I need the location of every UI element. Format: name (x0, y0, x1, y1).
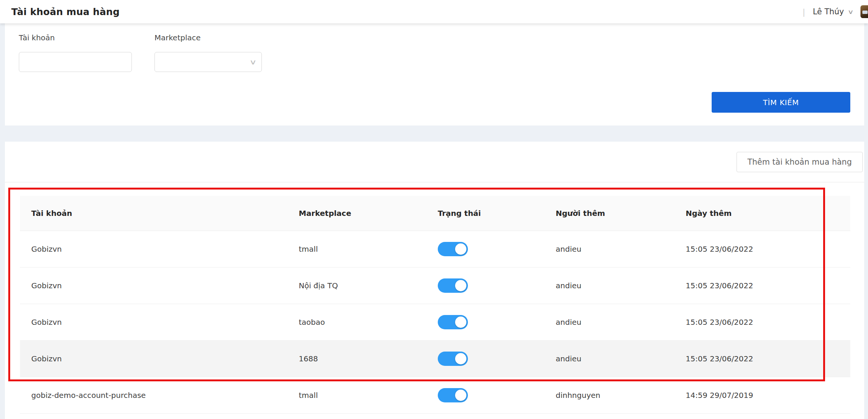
status-cell (426, 278, 544, 293)
added-by-cell: dinhnguyen (544, 391, 674, 400)
topbar-divider: | (802, 7, 805, 17)
toggle-knob (455, 243, 466, 255)
search-button[interactable]: TÌM KIẾM (712, 92, 850, 113)
toggle-knob (455, 390, 466, 401)
account-filter-input[interactable] (19, 52, 132, 72)
column-header-marketplace: Marketplace (287, 209, 426, 218)
table-header-row: Tài khoản Marketplace Trạng thái Người t… (20, 196, 850, 231)
table-row: Gobizvn Nội địa TQ andieu 15:05 23/06/20… (20, 268, 850, 304)
panel-divider (5, 182, 864, 182)
avatar[interactable] (860, 5, 868, 18)
marketplace-cell: Nội địa TQ (287, 281, 426, 290)
table-row: Gobizvn 1688 andieu 15:05 23/06/2022 (20, 341, 850, 377)
status-toggle[interactable] (438, 242, 468, 256)
status-toggle[interactable] (438, 388, 468, 402)
marketplace-cell: tmall (287, 391, 426, 400)
add-purchase-account-button[interactable]: Thêm tài khoản mua hàng (737, 152, 863, 172)
table-row: gobiz-demo-account-purchase tmall dinhng… (20, 377, 850, 414)
topbar: Tài khoản mua hàng | Lê Thúy ∨ (0, 0, 868, 23)
added-by-cell: andieu (544, 354, 674, 363)
account-cell: Gobizvn (20, 281, 287, 290)
user-name[interactable]: Lê Thúy (813, 7, 844, 16)
status-cell (426, 352, 544, 366)
status-toggle[interactable] (438, 352, 468, 366)
status-cell (426, 242, 544, 256)
chevron-down-icon: ∨ (249, 58, 257, 66)
added-date-cell: 15:05 23/06/2022 (674, 281, 850, 290)
status-toggle[interactable] (438, 315, 468, 329)
toggle-knob (455, 280, 466, 291)
added-date-cell: 14:59 29/07/2019 (674, 391, 850, 400)
account-cell: Gobizvn (20, 318, 287, 327)
table-row: Gobizvn tmall andieu 15:05 23/06/2022 (20, 231, 850, 268)
marketplace-cell: 1688 (287, 354, 426, 363)
account-cell: Gobizvn (20, 354, 287, 363)
added-by-cell: andieu (544, 318, 674, 327)
marketplace-cell: taobao (287, 318, 426, 327)
accounts-panel: Thêm tài khoản mua hàng Tài khoản Market… (5, 142, 864, 419)
marketplace-cell: tmall (287, 245, 426, 254)
toggle-knob (455, 353, 466, 364)
column-header-added-date: Ngày thêm (674, 209, 850, 218)
status-cell (426, 315, 544, 329)
account-cell: Gobizvn (20, 245, 287, 254)
chevron-down-icon[interactable]: ∨ (848, 8, 854, 15)
column-header-account: Tài khoản (20, 209, 287, 218)
toggle-knob (455, 317, 466, 328)
added-by-cell: andieu (544, 281, 674, 290)
marketplace-select[interactable]: ∨ (154, 52, 262, 72)
status-cell (426, 388, 544, 402)
account-filter-label: Tài khoản (19, 33, 55, 42)
column-header-status: Trạng thái (426, 209, 544, 218)
added-date-cell: 15:05 23/06/2022 (674, 318, 850, 327)
added-date-cell: 15:05 23/06/2022 (674, 354, 850, 363)
table-body: Gobizvn tmall andieu 15:05 23/06/2022 Go… (20, 231, 850, 414)
filter-panel: Tài khoản Marketplace ∨ TÌM KIẾM (5, 23, 864, 125)
status-toggle[interactable] (438, 278, 468, 293)
marketplace-filter-label: Marketplace (154, 33, 201, 42)
page-title: Tài khoản mua hàng (11, 6, 120, 17)
user-menu[interactable]: | Lê Thúy ∨ (802, 0, 868, 23)
added-by-cell: andieu (544, 245, 674, 254)
account-cell: gobiz-demo-account-purchase (20, 391, 287, 400)
accounts-table: Tài khoản Marketplace Trạng thái Người t… (20, 196, 850, 414)
table-row: Gobizvn taobao andieu 15:05 23/06/2022 (20, 304, 850, 341)
column-header-added-by: Người thêm (544, 209, 674, 218)
screen: Tài khoản mua hàng | Lê Thúy ∨ Tài khoản… (0, 0, 868, 419)
added-date-cell: 15:05 23/06/2022 (674, 245, 850, 254)
